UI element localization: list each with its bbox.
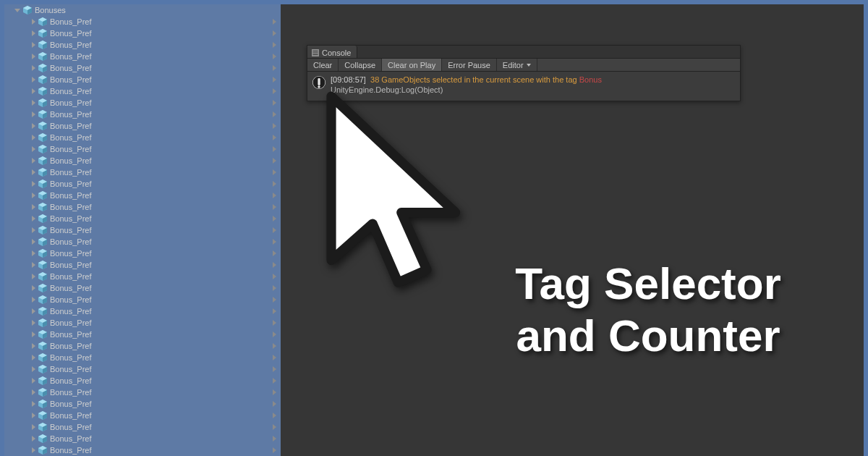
- foldout-icon[interactable]: [32, 355, 35, 360]
- editor-dropdown[interactable]: Editor: [497, 59, 537, 71]
- hierarchy-item[interactable]: Bonus_Pref: [4, 340, 281, 352]
- hierarchy-item[interactable]: Bonus_Pref: [4, 120, 281, 132]
- log-message: [09:08:57] 38 GameObjects selected in th…: [331, 75, 602, 95]
- hierarchy-item[interactable]: Bonus_Pref: [4, 143, 281, 155]
- hierarchy-item[interactable]: Bonus_Pref: [4, 201, 281, 213]
- hierarchy-item[interactable]: Bonus_Pref: [4, 39, 281, 51]
- foldout-icon[interactable]: [32, 88, 35, 94]
- foldout-icon[interactable]: [32, 158, 35, 164]
- foldout-icon[interactable]: [32, 193, 35, 198]
- foldout-icon[interactable]: [32, 378, 35, 384]
- foldout-icon[interactable]: [32, 30, 35, 36]
- foldout-icon[interactable]: [32, 366, 35, 372]
- foldout-icon[interactable]: [32, 250, 35, 256]
- chevron-right-icon: [273, 88, 276, 94]
- hierarchy-item[interactable]: Bonus_Pref: [4, 132, 281, 143]
- foldout-icon[interactable]: [32, 332, 35, 337]
- foldout-icon[interactable]: [32, 54, 35, 59]
- foldout-icon[interactable]: [32, 135, 35, 140]
- hierarchy-item[interactable]: Bonus_Pref: [4, 213, 281, 224]
- foldout-icon[interactable]: [32, 389, 35, 395]
- foldout-icon[interactable]: [32, 146, 35, 152]
- hierarchy-item[interactable]: Bonus_Pref: [4, 294, 281, 305]
- foldout-icon[interactable]: [32, 262, 35, 268]
- hierarchy-item[interactable]: Bonus_Pref: [4, 28, 281, 39]
- foldout-icon[interactable]: [32, 169, 35, 175]
- hierarchy-item[interactable]: Bonus_Pref: [4, 305, 281, 317]
- hierarchy-item-label: Bonus_Pref: [50, 434, 91, 443]
- foldout-icon[interactable]: [32, 181, 35, 187]
- foldout-icon[interactable]: [32, 227, 35, 233]
- hierarchy-item[interactable]: Bonus_Pref: [4, 155, 281, 166]
- foldout-icon[interactable]: [32, 65, 35, 71]
- foldout-icon[interactable]: [32, 308, 35, 314]
- hierarchy-item[interactable]: Bonus_Pref: [4, 74, 281, 85]
- log-entry[interactable]: [09:08:57] 38 GameObjects selected in th…: [312, 75, 736, 95]
- hierarchy-item[interactable]: Bonus_Pref: [4, 410, 281, 421]
- foldout-icon[interactable]: [32, 123, 35, 129]
- foldout-icon[interactable]: [32, 401, 35, 407]
- hierarchy-item[interactable]: Bonus_Pref: [4, 433, 281, 444]
- foldout-icon[interactable]: [32, 447, 35, 453]
- hierarchy-item[interactable]: Bonus_Pref: [4, 259, 281, 271]
- chevron-right-icon: [273, 204, 276, 210]
- chevron-right-icon: [273, 378, 276, 384]
- foldout-icon[interactable]: [32, 413, 35, 418]
- log-source: UnityEngine.Debug:Log(Object): [331, 85, 602, 95]
- hierarchy-item[interactable]: Bonus_Pref: [4, 421, 281, 433]
- collapse-button[interactable]: Collapse: [339, 59, 382, 71]
- chevron-right-icon: [273, 77, 276, 83]
- foldout-icon[interactable]: [32, 19, 35, 25]
- console-tab-label: Console: [322, 48, 351, 57]
- hierarchy-item[interactable]: Bonus_Pref: [4, 190, 281, 201]
- hierarchy-item[interactable]: Bonus_Pref: [4, 363, 281, 375]
- hierarchy-item-label: Bonus_Pref: [50, 237, 91, 246]
- hierarchy-item[interactable]: Bonus_Pref: [4, 85, 281, 97]
- foldout-icon[interactable]: [32, 100, 35, 106]
- chevron-right-icon: [273, 227, 276, 233]
- hierarchy-item[interactable]: Bonus_Pref: [4, 398, 281, 410]
- clear-button[interactable]: Clear: [307, 59, 339, 71]
- hierarchy-item[interactable]: Bonus_Pref: [4, 352, 281, 363]
- hierarchy-item[interactable]: Bonus_Pref: [4, 97, 281, 109]
- console-tab[interactable]: Console: [307, 46, 357, 58]
- hierarchy-item[interactable]: Bonus_Pref: [4, 317, 281, 329]
- hierarchy-item[interactable]: Bonus_Pref: [4, 236, 281, 248]
- foldout-icon[interactable]: [14, 9, 20, 12]
- foldout-icon[interactable]: [32, 436, 35, 442]
- foldout-icon[interactable]: [32, 320, 35, 326]
- prefab-icon: [38, 330, 47, 339]
- clear-on-play-button[interactable]: Clear on Play: [382, 59, 442, 71]
- foldout-icon[interactable]: [32, 274, 35, 279]
- hierarchy-item[interactable]: Bonus_Pref: [4, 51, 281, 62]
- foldout-icon[interactable]: [32, 297, 35, 303]
- foldout-icon[interactable]: [32, 111, 35, 117]
- hierarchy-item[interactable]: Bonus_Pref: [4, 387, 281, 398]
- hierarchy-item[interactable]: Bonus_Pref: [4, 62, 281, 74]
- foldout-icon[interactable]: [32, 424, 35, 430]
- hierarchy-item[interactable]: Bonus_Pref: [4, 109, 281, 120]
- hierarchy-item[interactable]: Bonus_Pref: [4, 271, 281, 282]
- foldout-icon[interactable]: [32, 204, 35, 210]
- hierarchy-root[interactable]: Bonuses: [4, 4, 281, 16]
- hierarchy-item[interactable]: Bonus_Pref: [4, 444, 281, 456]
- foldout-icon[interactable]: [32, 216, 35, 221]
- hierarchy-item-label: Bonus_Pref: [50, 295, 91, 304]
- foldout-icon[interactable]: [32, 343, 35, 349]
- hierarchy-item[interactable]: Bonus_Pref: [4, 282, 281, 294]
- foldout-icon[interactable]: [32, 239, 35, 245]
- hierarchy-item[interactable]: Bonus_Pref: [4, 375, 281, 387]
- hierarchy-item-label: Bonus_Pref: [50, 133, 91, 142]
- hierarchy-item[interactable]: Bonus_Pref: [4, 16, 281, 28]
- hierarchy-item[interactable]: Bonus_Pref: [4, 224, 281, 236]
- foldout-icon[interactable]: [32, 42, 35, 48]
- error-pause-button[interactable]: Error Pause: [442, 59, 497, 71]
- hierarchy-item[interactable]: Bonus_Pref: [4, 178, 281, 190]
- hierarchy-item[interactable]: Bonus_Pref: [4, 329, 281, 340]
- foldout-icon[interactable]: [32, 285, 35, 291]
- prefab-icon: [38, 318, 47, 327]
- foldout-icon[interactable]: [32, 77, 35, 83]
- prefab-icon: [38, 180, 47, 188]
- hierarchy-item[interactable]: Bonus_Pref: [4, 166, 281, 178]
- hierarchy-item[interactable]: Bonus_Pref: [4, 248, 281, 259]
